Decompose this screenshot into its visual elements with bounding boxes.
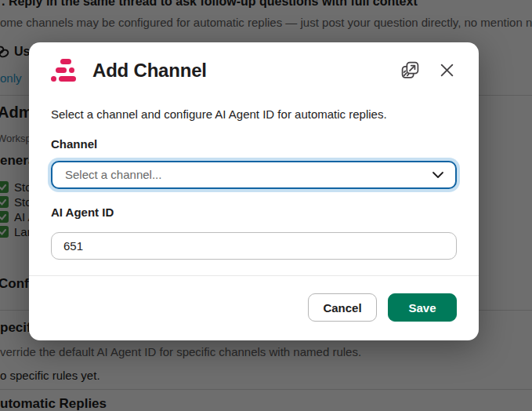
dialog-title: Add Channel [92, 60, 207, 82]
channel-select[interactable]: Select a channel... [51, 161, 457, 189]
channel-field-label: Channel [51, 137, 457, 151]
channel-select-placeholder: Select a channel... [65, 168, 161, 181]
chevron-down-icon [432, 171, 444, 179]
add-channel-dialog: Add Channel [29, 42, 479, 340]
screen: . Reply in the same thread to ask follow… [0, 0, 532, 411]
agent-id-input[interactable] [51, 232, 457, 260]
dialog-description: Select a channel and configure AI Agent … [51, 107, 457, 121]
agent-id-field-label: AI Agent ID [51, 206, 457, 219]
cancel-button[interactable]: Cancel [308, 293, 377, 322]
save-button[interactable]: Save [388, 293, 457, 322]
dialog-header: Add Channel [29, 42, 479, 82]
open-external-icon[interactable] [399, 59, 422, 82]
app-logo-icon [51, 58, 76, 82]
dialog-footer: Cancel Save [29, 276, 479, 340]
dialog-header-actions [399, 59, 457, 82]
close-icon[interactable] [437, 60, 457, 80]
